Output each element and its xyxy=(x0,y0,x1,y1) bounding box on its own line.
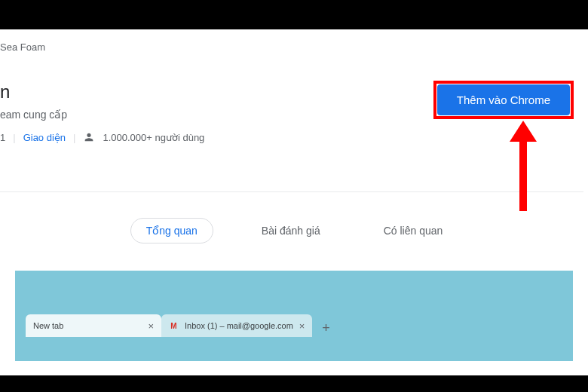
breadcrumb[interactable]: Sea Foam xyxy=(0,29,588,59)
meta-row: 1 | Giao diện | 1.000.000+ người dùng xyxy=(0,131,434,161)
tab-related[interactable]: Có liên quan xyxy=(369,219,458,243)
title-block: n eam cung cấp 1 | Giao diện | 1.000.000… xyxy=(0,81,434,161)
tab-overview[interactable]: Tổng quan xyxy=(130,218,213,243)
separator: | xyxy=(13,132,15,143)
preview-tabbar: New tab × M Inbox (1) – mail@google.com … xyxy=(26,310,562,337)
add-button-container: Thêm vào Chrome xyxy=(434,81,573,118)
chrome-web-store-window: Sea Foam n eam cung cấp 1 | Giao diện | … xyxy=(0,29,588,375)
user-icon xyxy=(83,131,95,143)
add-to-chrome-button[interactable]: Thêm vào Chrome xyxy=(437,84,570,115)
close-icon: × xyxy=(148,320,154,332)
tab-label: Inbox (1) – mail@google.com xyxy=(185,321,293,330)
users-count: 1.000.000+ người dùng xyxy=(103,132,204,143)
rating-fragment: 1 xyxy=(0,132,5,143)
close-icon: × xyxy=(299,320,305,332)
provider-text: eam cung cấp xyxy=(0,109,434,121)
preview-tab-newtab: New tab × xyxy=(26,314,161,337)
separator: | xyxy=(73,132,75,143)
detail-tabs: Tổng quan Bài đánh giá Có liên quan xyxy=(0,192,588,271)
category-link[interactable]: Giao diện xyxy=(23,132,66,143)
plus-icon: + xyxy=(317,319,335,337)
listing-header: n eam cung cấp 1 | Giao diện | 1.000.000… xyxy=(0,59,588,161)
tab-reviews[interactable]: Bài đánh giá xyxy=(247,219,335,243)
theme-preview: New tab × M Inbox (1) – mail@google.com … xyxy=(15,271,573,361)
tab-label: New tab xyxy=(33,321,63,330)
page-title: n xyxy=(0,81,434,103)
gmail-icon: M xyxy=(169,321,179,331)
preview-tab-inbox: M Inbox (1) – mail@google.com × xyxy=(161,314,312,337)
